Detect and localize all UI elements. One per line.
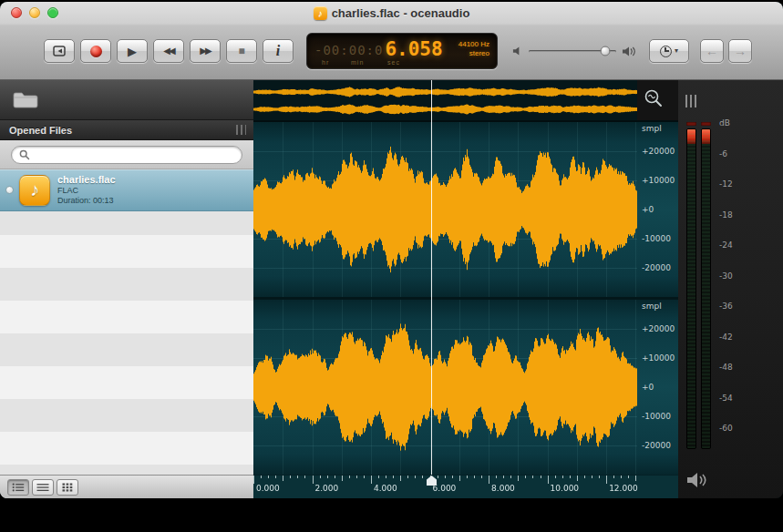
- overview-corner: [637, 80, 678, 120]
- volume-slider[interactable]: [529, 50, 616, 53]
- skip-to-start-button[interactable]: [44, 39, 75, 63]
- sample-rate-label: 44100 Hz: [458, 40, 489, 49]
- record-icon: [90, 46, 102, 57]
- status-dot: [5, 186, 14, 194]
- axis-value-label: +20000: [642, 147, 675, 156]
- channel-left[interactable]: smpl+20000+10000+0-10000-20000: [253, 122, 678, 297]
- view-list-button[interactable]: [32, 479, 54, 496]
- sidebar: Opened Files ♪ charlies.flac: [0, 80, 253, 498]
- note-icon: ♪: [318, 8, 323, 18]
- info-icon: i: [276, 44, 280, 58]
- rewind-icon: ◀◀: [163, 46, 173, 56]
- db-tick-label: -36: [719, 302, 733, 311]
- timeline-label: 2.000: [315, 484, 339, 493]
- opened-files-title: Opened Files: [9, 125, 72, 136]
- time-dim-digits: -00:00:0: [314, 42, 383, 58]
- db-tick-label: -12: [719, 179, 733, 189]
- time-display: -00:00:0 6.058 44100 Hz stereo hr min se…: [306, 33, 498, 69]
- volume-high-icon: [622, 46, 636, 57]
- timeline-ruler[interactable]: 0.0002.0004.0006.0008.00010.00012.000: [253, 475, 678, 498]
- time-format-button[interactable]: ▾: [649, 39, 689, 63]
- db-tick-label: -54: [719, 394, 733, 403]
- search-input[interactable]: [35, 148, 234, 162]
- channels: smpl+20000+10000+0-10000-20000 smpl+2000…: [253, 122, 678, 475]
- stop-icon: ■: [238, 46, 244, 56]
- volume-low-icon: [512, 46, 523, 56]
- overview-right-channel[interactable]: [253, 102, 637, 117]
- timeline-label: 8.000: [491, 484, 515, 493]
- volume-slider-thumb[interactable]: [601, 46, 611, 56]
- meter-panel: dB-6-12-18-24-30-36-42-48-54-60: [678, 80, 783, 498]
- view-grid-button[interactable]: [57, 479, 78, 496]
- db-tick-label: -42: [719, 332, 733, 342]
- waveform-left-canvas[interactable]: [253, 122, 637, 297]
- waveform-right-canvas[interactable]: [253, 300, 637, 475]
- rewind-button[interactable]: ◀◀: [153, 39, 184, 63]
- db-unit-label: dB: [719, 118, 730, 128]
- folder-icon[interactable]: [12, 90, 39, 109]
- overview-left-channel[interactable]: [253, 85, 637, 99]
- timeline-label: 0.000: [256, 484, 280, 493]
- search-field[interactable]: [11, 146, 242, 164]
- forward-button[interactable]: →: [728, 39, 752, 63]
- overview-waves[interactable]: [253, 80, 637, 120]
- meter-panel-top: [678, 80, 783, 122]
- clip-segment: [687, 129, 695, 144]
- axis-value-label: +10000: [642, 176, 675, 185]
- axis-value-label: +10000: [642, 353, 675, 363]
- info-button[interactable]: i: [263, 39, 294, 63]
- axis-value-label: +20000: [642, 324, 675, 333]
- play-button[interactable]: ▶: [117, 39, 148, 63]
- record-button[interactable]: [80, 39, 111, 63]
- unit-hr-label: hr: [322, 59, 329, 66]
- note-icon: ♪: [30, 179, 39, 200]
- sidebar-bottom-bar: [0, 475, 253, 498]
- axis-value-label: +0: [642, 205, 654, 214]
- amplitude-axis-left: smpl+20000+10000+0-10000-20000: [637, 122, 678, 297]
- list-item[interactable]: ♪ charlies.flac FLAC Duration: 00:13: [0, 169, 253, 211]
- audio-file-icon: ♪: [19, 175, 50, 206]
- axis-unit-label: smpl: [642, 302, 662, 311]
- channel-right[interactable]: smpl+20000+10000+0-10000-20000: [253, 300, 678, 475]
- stop-button[interactable]: ■: [226, 39, 257, 63]
- unit-min-label: min: [351, 59, 364, 66]
- chevron-down-icon: ▾: [675, 47, 678, 55]
- detail-list-icon: [12, 483, 25, 492]
- monitor-speaker-icon[interactable]: [686, 471, 708, 489]
- unit-sec-label: sec: [387, 59, 400, 66]
- file-list: ♪ charlies.flac FLAC Duration: 00:13: [0, 169, 253, 475]
- axis-unit-label: smpl: [642, 124, 662, 133]
- window-title: ♪ charlies.flac - ocenaudio: [0, 2, 783, 24]
- db-scale: dB-6-12-18-24-30-36-42-48-54-60: [719, 122, 750, 443]
- list-icon: [36, 483, 49, 492]
- back-button[interactable]: ←: [700, 39, 724, 63]
- clip-segment: [702, 129, 710, 144]
- db-tick-label: -18: [719, 210, 733, 220]
- meter-right: [701, 122, 711, 449]
- zoom-tool-icon[interactable]: [643, 87, 666, 111]
- view-detail-list-button[interactable]: [7, 479, 29, 496]
- db-tick-label: -30: [719, 271, 733, 281]
- file-meta: charlies.flac FLAC Duration: 00:13: [57, 174, 116, 206]
- db-tick-label: -60: [719, 424, 733, 433]
- level-meter-right: [701, 128, 711, 449]
- clip-led-right: [701, 122, 711, 126]
- channel-mode-label: stereo: [469, 49, 489, 58]
- toolbar: ▶ ◀◀ ▶▶ ■ i -00:00:0 6.058 44100 Hz ster…: [0, 24, 783, 80]
- axis-value-label: -20000: [642, 441, 671, 450]
- arrow-left-icon: ←: [706, 45, 718, 57]
- search-band: [0, 140, 253, 169]
- file-name: charlies.flac: [57, 174, 116, 186]
- drag-handle-icon[interactable]: [236, 125, 246, 135]
- sidebar-toolbar: [0, 80, 253, 120]
- amplitude-axis-right: smpl+20000+10000+0-10000-20000: [637, 300, 678, 475]
- volume-control: [512, 46, 636, 57]
- waveform-area: smpl+20000+10000+0-10000-20000 smpl+2000…: [253, 80, 678, 498]
- navigation-buttons: ← →: [700, 39, 752, 63]
- panel-drag-handle-icon[interactable]: [685, 95, 697, 107]
- fast-forward-button[interactable]: ▶▶: [190, 39, 221, 63]
- db-tick-label: -48: [719, 363, 733, 372]
- transport-controls: ▶ ◀◀ ▶▶ ■ i: [44, 39, 294, 63]
- search-icon: [19, 149, 30, 160]
- clip-led-left: [686, 122, 696, 126]
